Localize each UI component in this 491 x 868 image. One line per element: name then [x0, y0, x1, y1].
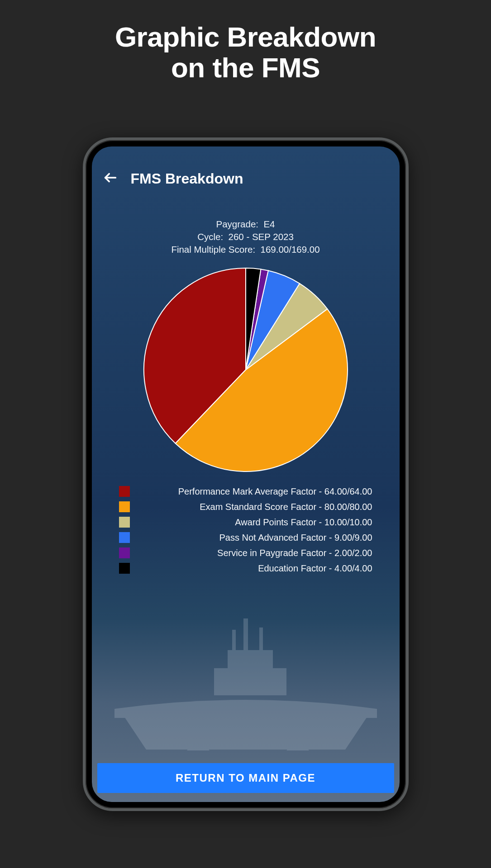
phone-screen: FMS Breakdown Paygrade: E4 Cycle: 260 - …	[92, 146, 400, 802]
legend-label: Education Factor - 4.00/4.00	[136, 563, 372, 574]
app-bar: FMS Breakdown	[92, 146, 400, 199]
legend-swatch	[119, 563, 130, 574]
ship-silhouette-icon	[92, 600, 400, 763]
legend-label: Award Points Factor - 10.00/10.00	[136, 517, 372, 528]
marketing-title: Graphic Breakdown on the FMS	[115, 22, 376, 83]
app-store-screenshot: Graphic Breakdown on the FMS FMS Breakdo…	[0, 0, 491, 868]
legend-label: Service in Paygrade Factor - 2.00/2.00	[136, 548, 372, 558]
summary-fms: Final Multiple Score: 169.00/169.00	[92, 243, 400, 256]
pie-chart	[139, 264, 352, 476]
legend-label: Pass Not Advanced Factor - 9.00/9.00	[136, 533, 372, 543]
legend-row: Performance Mark Average Factor - 64.00/…	[119, 486, 372, 497]
summary-block: Paygrade: E4 Cycle: 260 - SEP 2023 Final…	[92, 218, 400, 255]
legend-swatch	[119, 486, 130, 497]
marketing-title-line-1: Graphic Breakdown	[115, 22, 376, 52]
legend-swatch	[119, 547, 130, 558]
marketing-title-line-2: on the FMS	[115, 52, 376, 83]
svg-rect-4	[259, 627, 263, 650]
svg-rect-0	[214, 668, 286, 695]
legend-label: Exam Standard Score Factor - 80.00/80.00	[136, 502, 372, 512]
back-arrow-icon[interactable]	[103, 170, 118, 187]
svg-rect-2	[243, 618, 248, 650]
legend-label: Performance Mark Average Factor - 64.00/…	[136, 486, 372, 497]
legend-swatch	[119, 517, 130, 528]
phone-frame: FMS Breakdown Paygrade: E4 Cycle: 260 - …	[83, 137, 409, 811]
legend: Performance Mark Average Factor - 64.00/…	[119, 486, 372, 574]
legend-row: Exam Standard Score Factor - 80.00/80.00	[119, 501, 372, 512]
return-to-main-button[interactable]: RETURN TO MAIN PAGE	[97, 763, 394, 793]
svg-rect-1	[228, 650, 273, 668]
page-title: FMS Breakdown	[131, 170, 243, 187]
legend-row: Education Factor - 4.00/4.00	[119, 563, 372, 574]
legend-row: Award Points Factor - 10.00/10.00	[119, 517, 372, 528]
legend-row: Service in Paygrade Factor - 2.00/2.00	[119, 547, 372, 558]
summary-paygrade: Paygrade: E4	[92, 218, 400, 231]
legend-row: Pass Not Advanced Factor - 9.00/9.00	[119, 532, 372, 543]
legend-swatch	[119, 501, 130, 512]
svg-rect-3	[232, 630, 236, 650]
return-button-label: RETURN TO MAIN PAGE	[176, 772, 315, 784]
legend-swatch	[119, 532, 130, 543]
summary-cycle: Cycle: 260 - SEP 2023	[92, 231, 400, 243]
